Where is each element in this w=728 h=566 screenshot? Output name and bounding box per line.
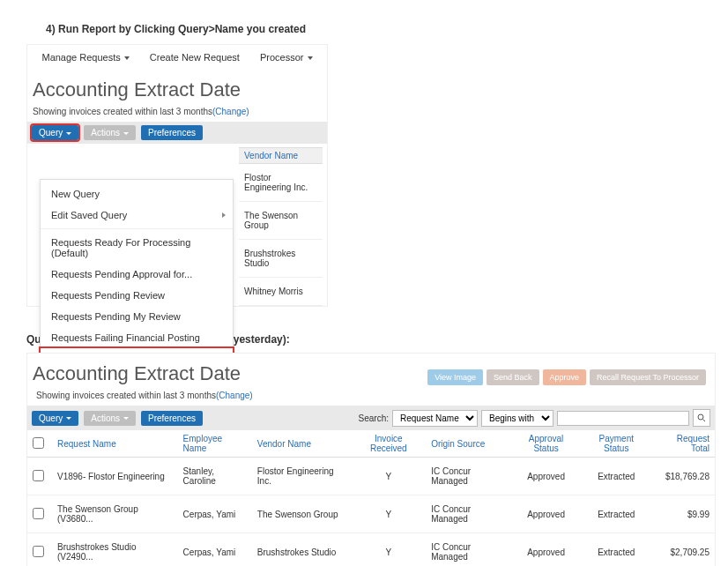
cell-total: $2,709.25 <box>651 533 715 567</box>
actions-button[interactable]: Actions <box>84 411 136 426</box>
step-title: 4) Run Report by Clicking Query>Name you… <box>46 23 712 35</box>
menu-separator <box>41 228 233 229</box>
cell-vendor: Flostor Engineering Inc. <box>252 458 352 495</box>
cell-vendor: Brushstrokes Studio <box>252 533 352 567</box>
chevron-down-icon <box>123 417 129 420</box>
select-all-checkbox[interactable] <box>33 437 44 449</box>
cell-origin: IC Concur Managed <box>426 458 511 495</box>
svg-point-0 <box>698 414 703 420</box>
actions-button[interactable]: Actions <box>84 125 136 140</box>
search-field-select[interactable]: Request Name <box>392 410 478 427</box>
filter-text: Showing invoices created within last 3 m… <box>27 389 715 406</box>
change-link[interactable]: (Change) <box>212 107 249 116</box>
col-invoice-received[interactable]: Invoice Received <box>352 430 427 458</box>
col-request-name[interactable]: Request Name <box>52 430 178 458</box>
vendor-header[interactable]: Vendor Name <box>239 147 323 164</box>
action-buttons: View Image Send Back Approve Recall Requ… <box>427 369 706 385</box>
vendor-cell: The Swenson Group <box>239 202 323 240</box>
table-row[interactable]: Brushstrokes Studio (V2490...Cerpas, Yam… <box>27 533 715 567</box>
menu-failing-posting[interactable]: Requests Failing Financial Posting <box>41 327 233 348</box>
table-row[interactable]: V1896- Flostor EngineeringStanley, Carol… <box>27 458 715 495</box>
table-row[interactable]: The Swenson Group (V3680...Cerpas, YamiT… <box>27 495 715 533</box>
cell-vendor: The Swenson Group <box>252 495 352 533</box>
send-back-button[interactable]: Send Back <box>487 369 539 385</box>
chevron-down-icon <box>308 56 313 60</box>
cell-approval: Approved <box>511 495 582 533</box>
vendor-cell: Brushstrokes Studio <box>239 240 323 278</box>
cell-received: Y <box>352 495 427 533</box>
preferences-button[interactable]: Preferences <box>141 125 203 140</box>
change-link[interactable]: (Change) <box>216 391 253 400</box>
cell-employee: Stanley, Caroline <box>178 458 252 495</box>
results-table: Request Name Employee Name Vendor Name I… <box>27 430 715 566</box>
col-origin[interactable]: Origin Source <box>426 430 511 458</box>
nav-manage-requests[interactable]: Manage Requests <box>41 52 129 63</box>
cell-received: Y <box>352 533 427 567</box>
chevron-down-icon <box>66 417 71 420</box>
nav-create-request[interactable]: Create New Request <box>150 52 240 63</box>
col-payment[interactable]: Payment Status <box>581 430 651 458</box>
cell-request-name: V1896- Flostor Engineering <box>52 458 178 495</box>
search-input[interactable] <box>557 411 689 426</box>
search-controls: Search: Request Name Begins with <box>359 409 710 427</box>
top-nav: Manage Requests Create New Request Proce… <box>27 45 327 70</box>
cell-received: Y <box>352 458 427 495</box>
view-image-button[interactable]: View Image <box>427 369 483 385</box>
row-checkbox[interactable] <box>33 508 44 519</box>
recall-button[interactable]: Recall Request To Processor <box>590 369 706 385</box>
menu-edit-saved[interactable]: Edit Saved Query <box>41 205 233 226</box>
row-checkbox[interactable] <box>33 470 44 481</box>
chevron-down-icon <box>66 132 71 135</box>
query-button[interactable]: Query <box>32 411 78 426</box>
query-button[interactable]: Query <box>32 125 78 140</box>
cell-employee: Cerpas, Yami <box>178 495 252 533</box>
cell-origin: IC Concur Managed <box>426 533 511 567</box>
page-title: Accounting Extract Date <box>27 70 327 105</box>
cell-origin: IC Concur Managed <box>426 495 511 533</box>
vendor-cell: Whitney Morris <box>239 278 323 306</box>
menu-pending-review[interactable]: Requests Pending Review <box>41 285 233 306</box>
screenshot-results: Accounting Extract Date View Image Send … <box>26 353 716 566</box>
toolbar: Query Actions Preferences <box>27 122 327 144</box>
menu-new-query[interactable]: New Query <box>41 183 233 205</box>
search-label: Search: <box>359 413 389 423</box>
menu-pending-approval[interactable]: Requests Pending Approval for... <box>41 264 233 285</box>
query-dropdown-menu: New Query Edit Saved Query Requests Read… <box>40 179 234 374</box>
toolbar-and-search: Query Actions Preferences Search: Reques… <box>27 406 715 430</box>
menu-pending-my-review[interactable]: Requests Pending My Review <box>41 306 233 327</box>
svg-line-1 <box>703 420 706 422</box>
cell-approval: Approved <box>511 458 582 495</box>
menu-requests-ready[interactable]: Requests Ready For Processing (Default) <box>41 232 233 264</box>
screenshot-query-menu: Manage Requests Create New Request Proce… <box>26 44 328 307</box>
col-approval[interactable]: Approval Status <box>511 430 582 458</box>
cell-payment: Extracted <box>581 458 651 495</box>
filter-text: Showing invoices created within last 3 m… <box>27 105 327 122</box>
cell-payment: Extracted <box>581 495 651 533</box>
cell-request-name: Brushstrokes Studio (V2490... <box>52 533 178 567</box>
cell-request-name: The Swenson Group (V3680... <box>52 495 178 533</box>
col-total[interactable]: Request Total <box>651 430 715 458</box>
preferences-button[interactable]: Preferences <box>141 411 203 426</box>
cell-employee: Cerpas, Yami <box>178 533 252 567</box>
chevron-down-icon <box>124 56 130 60</box>
cell-approval: Approved <box>511 533 582 567</box>
cell-total: $18,769.28 <box>651 458 715 495</box>
search-icon <box>697 413 706 422</box>
chevron-right-icon <box>222 212 226 218</box>
cell-total: $9.99 <box>651 495 715 533</box>
search-button[interactable] <box>693 409 710 427</box>
col-vendor[interactable]: Vendor Name <box>252 430 352 458</box>
vendor-cell: Flostor Engineering Inc. <box>239 164 323 202</box>
nav-processor[interactable]: Processor <box>260 52 313 63</box>
approve-button[interactable]: Approve <box>543 369 587 385</box>
cell-payment: Extracted <box>581 533 651 567</box>
row-checkbox[interactable] <box>33 546 44 557</box>
chevron-down-icon <box>123 132 129 135</box>
col-employee[interactable]: Employee Name <box>178 430 252 458</box>
search-op-select[interactable]: Begins with <box>481 410 553 427</box>
